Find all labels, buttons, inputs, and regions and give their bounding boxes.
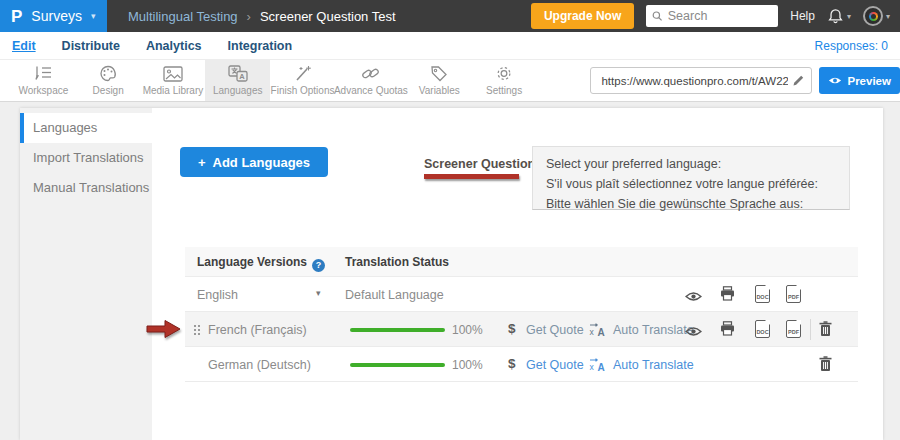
- export-pdf-icon[interactable]: PDF: [786, 285, 801, 307]
- table-header: Language Versions? Translation Status: [185, 247, 858, 277]
- top-bar: P Surveys ▾ Multilingual Testing › Scree…: [0, 0, 900, 32]
- chevron-down-icon: ▾: [91, 11, 96, 21]
- bell-icon: [827, 8, 844, 25]
- tag-icon: [430, 65, 448, 82]
- edit-pencil-icon[interactable]: [792, 74, 805, 87]
- svg-text:x: x: [590, 362, 595, 371]
- screener-question-de: Bitte wählen Sie die gewünschte Sprache …: [546, 194, 836, 214]
- svg-text:x: x: [590, 327, 595, 336]
- media-library-icon: [163, 66, 183, 82]
- print-icon[interactable]: [720, 321, 735, 340]
- chain-links-icon: [361, 65, 380, 82]
- breadcrumb: Multilingual Testing › Screener Question…: [128, 9, 396, 24]
- language-name[interactable]: French (Français): [208, 323, 307, 337]
- toolbar-item-finish-options[interactable]: Finish Options: [270, 60, 335, 101]
- translate-icon[interactable]: xA: [589, 322, 607, 340]
- toolbar-item-workspace[interactable]: Workspace: [11, 60, 76, 101]
- get-quote-link[interactable]: Get Quote: [526, 323, 584, 337]
- search-icon: [652, 10, 662, 22]
- plus-icon: +: [198, 155, 206, 170]
- auto-translate-link[interactable]: Auto Translate: [613, 358, 694, 372]
- translate-icon[interactable]: xA: [589, 357, 607, 375]
- preview-eye-icon[interactable]: [685, 288, 702, 306]
- sidebar-item-manual-translations[interactable]: Manual Translations: [20, 173, 152, 203]
- add-languages-button[interactable]: +Add Languages: [180, 147, 328, 177]
- language-versions-table: Language Versions? Translation Status En…: [185, 247, 858, 382]
- export-pdf-icon[interactable]: PDF: [786, 320, 801, 342]
- toolbar-item-languages[interactable]: A Languages: [205, 60, 270, 101]
- export-doc-icon[interactable]: DOC: [755, 320, 770, 342]
- topbar-actions: Upgrade Now Help ▾ ▾: [531, 3, 900, 29]
- notifications-button[interactable]: ▾: [827, 8, 851, 25]
- tab-distribute[interactable]: Distribute: [62, 39, 120, 53]
- dollar-icon[interactable]: $: [508, 356, 516, 371]
- languages-panel: Languages Import Translations Manual Tra…: [20, 108, 883, 440]
- table-row-french: French (Français) 100% $ Get Quote xA Au…: [185, 312, 858, 347]
- survey-nav-tabs: Edit Distribute Analytics Integration Re…: [0, 32, 900, 59]
- gear-icon: [495, 65, 513, 82]
- search-box[interactable]: [646, 5, 778, 27]
- preview-button[interactable]: Preview: [819, 67, 899, 94]
- svg-text:A: A: [598, 327, 605, 337]
- breadcrumb-parent[interactable]: Multilingual Testing: [128, 9, 238, 24]
- column-translation-status: Translation Status: [345, 255, 449, 269]
- magic-wand-icon: [294, 65, 312, 82]
- default-language-label: Default Language: [345, 288, 444, 302]
- design-palette-icon: [99, 65, 117, 82]
- actions-divider: [810, 319, 811, 340]
- toolbar-label: Design: [93, 85, 124, 96]
- toolbar-label: Languages: [213, 85, 263, 96]
- toolbar-item-design[interactable]: Design: [76, 60, 141, 101]
- toolbar-item-variables[interactable]: Variables: [407, 60, 472, 101]
- toolbar-item-media-library[interactable]: Media Library: [141, 60, 206, 101]
- auto-translate-link[interactable]: Auto Translate: [613, 323, 694, 337]
- toolbar-label: Media Library: [143, 85, 204, 96]
- breadcrumb-current: Screener Question Test: [260, 9, 396, 24]
- toolbar-item-advance-quotas[interactable]: Advance Quotas: [335, 60, 407, 101]
- toolbar-label: Finish Options: [271, 85, 335, 96]
- questionpro-logo: P: [11, 8, 22, 25]
- search-input[interactable]: [668, 9, 773, 23]
- edit-toolbar: Workspace Design Media Library A Languag…: [0, 59, 900, 102]
- help-icon[interactable]: ?: [312, 259, 325, 272]
- preview-eye-icon[interactable]: [685, 323, 702, 341]
- print-icon[interactable]: [720, 286, 735, 305]
- tab-edit[interactable]: Edit: [12, 39, 36, 53]
- survey-url: https://www.questionpro.com/t/AW22Zd50: [601, 75, 788, 87]
- translation-progress-bar: [350, 363, 445, 367]
- tab-analytics[interactable]: Analytics: [146, 39, 202, 53]
- toolbar-label: Variables: [419, 85, 460, 96]
- eye-icon: [828, 76, 842, 85]
- translation-progress-bar: [350, 328, 445, 332]
- language-name[interactable]: English: [197, 288, 238, 302]
- delete-trash-icon[interactable]: [819, 321, 832, 341]
- toolbar-item-settings[interactable]: Settings: [472, 60, 537, 101]
- export-doc-icon[interactable]: DOC: [755, 285, 770, 307]
- sidebar-item-import-translations[interactable]: Import Translations: [20, 143, 152, 173]
- screener-question-en: Select your preferred language:: [546, 154, 836, 174]
- screener-question-label: Screener Question :: [424, 157, 543, 171]
- table-row-german: German (Deutsch) 100% $ Get Quote xA Aut…: [185, 347, 858, 382]
- dollar-icon[interactable]: $: [508, 321, 516, 336]
- drag-handle-icon[interactable]: [193, 324, 201, 336]
- screener-question-preview: Select your preferred language: S'il vou…: [532, 146, 850, 210]
- survey-url-field[interactable]: https://www.questionpro.com/t/AW22Zd50: [590, 67, 812, 94]
- toolbar-label: Settings: [486, 85, 522, 96]
- app-root: P Surveys ▾ Multilingual Testing › Scree…: [0, 0, 900, 440]
- language-name[interactable]: German (Deutsch): [208, 358, 311, 372]
- responses-count[interactable]: Responses: 0: [815, 39, 888, 53]
- translation-progress-value: 100%: [452, 358, 483, 372]
- delete-trash-icon[interactable]: [819, 356, 832, 376]
- toolbar-label: Advance Quotas: [334, 85, 408, 96]
- surveys-product-menu[interactable]: P Surveys ▾: [0, 0, 107, 32]
- help-link[interactable]: Help: [790, 9, 815, 23]
- account-menu[interactable]: ▾: [863, 6, 890, 26]
- tab-integration[interactable]: Integration: [228, 39, 293, 53]
- chevron-down-icon: ▾: [886, 12, 890, 21]
- workspace-icon: [33, 65, 53, 82]
- sidebar-item-languages[interactable]: Languages: [20, 113, 152, 143]
- upgrade-now-button[interactable]: Upgrade Now: [531, 3, 634, 29]
- get-quote-link[interactable]: Get Quote: [526, 358, 584, 372]
- add-languages-label: Add Languages: [213, 155, 311, 170]
- default-language-dropdown-icon[interactable]: ▾: [316, 288, 321, 298]
